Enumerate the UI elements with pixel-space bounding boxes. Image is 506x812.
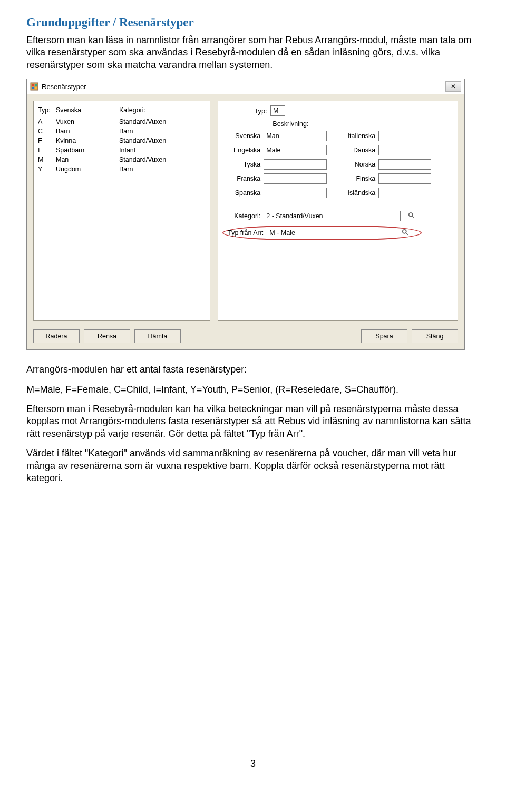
page-title: Grunduppgifter / Resenärstyper: [26, 16, 480, 31]
col-header-typ: Typ:: [38, 105, 56, 115]
kategori-label: Kategori:: [222, 212, 264, 220]
list-row[interactable]: AVuxenStandard/Vuxen: [38, 117, 206, 126]
typ-input[interactable]: M: [270, 105, 285, 116]
dialog-titlebar: Resenärstyper ✕: [27, 79, 464, 94]
search-icon[interactable]: [408, 212, 415, 221]
engelska-input[interactable]: Male: [264, 145, 327, 155]
body-paragraph: M=Male, F=Female, C=Child, I=Infant, Y=Y…: [26, 384, 480, 396]
danska-label: Danska: [339, 146, 378, 154]
app-icon: [30, 82, 38, 91]
search-icon[interactable]: [402, 229, 409, 238]
list-row[interactable]: CBarnBarn: [38, 126, 206, 136]
list-row[interactable]: YUngdomBarn: [38, 164, 206, 174]
list-row[interactable]: ISpädbarnInfant: [38, 145, 206, 155]
radera-button[interactable]: Radera: [33, 329, 80, 343]
islandska-label: Isländska: [339, 189, 378, 197]
svenska-input[interactable]: Man: [264, 131, 327, 141]
finska-input[interactable]: [378, 173, 431, 184]
list-cell-kategori: Standard/Vuxen: [119, 136, 206, 145]
engelska-label: Engelska: [222, 146, 264, 154]
list-cell-code: Y: [38, 164, 56, 174]
body-paragraph: Värdet i fältet "Kategori" används vid s…: [26, 447, 480, 484]
norska-label: Norska: [339, 161, 378, 168]
norska-input[interactable]: [378, 159, 431, 170]
list-cell-kategori: Barn: [119, 164, 206, 174]
islandska-input[interactable]: [378, 188, 431, 198]
spanska-input[interactable]: [264, 188, 327, 198]
list-cell-svenska: Barn: [56, 126, 119, 136]
dialog-title: Resenärstyper: [42, 83, 86, 91]
svg-rect-2: [35, 84, 37, 86]
col-header-kategori: Kategori:: [119, 105, 206, 115]
typ-label: Typ:: [254, 107, 270, 115]
hamta-button[interactable]: Hämta: [134, 329, 181, 343]
intro-paragraph: Eftersom man kan läsa in namnlistor från…: [26, 34, 480, 71]
finska-label: Finska: [339, 175, 378, 182]
italienska-input[interactable]: [378, 131, 431, 141]
list-cell-code: I: [38, 145, 56, 155]
spara-button[interactable]: Spara: [361, 329, 407, 343]
list-cell-svenska: Kvinna: [56, 136, 119, 145]
typ-fran-arr-input[interactable]: M - Male: [267, 228, 396, 238]
close-icon: ✕: [451, 83, 456, 90]
body-paragraph: Arrangörs-modulen har ett antal fasta re…: [26, 364, 480, 376]
tyska-label: Tyska: [222, 161, 264, 168]
page-number: 3: [26, 758, 480, 769]
stang-button[interactable]: Stäng: [412, 329, 458, 343]
list-cell-svenska: Spädbarn: [56, 145, 119, 155]
list-cell-svenska: Vuxen: [56, 117, 119, 126]
svg-rect-1: [32, 84, 34, 86]
kategori-input[interactable]: 2 - Standard/Vuxen: [264, 211, 401, 221]
list-cell-code: M: [38, 155, 56, 164]
tyska-input[interactable]: [264, 159, 327, 170]
list-cell-code: C: [38, 126, 56, 136]
list-cell-code: A: [38, 117, 56, 126]
col-header-svenska: Svenska: [56, 105, 119, 115]
franska-label: Franska: [222, 175, 264, 182]
list-cell-kategori: Barn: [119, 126, 206, 136]
svg-rect-4: [35, 87, 37, 89]
italienska-label: Italienska: [339, 132, 378, 140]
list-cell-kategori: Standard/Vuxen: [119, 117, 206, 126]
list-row[interactable]: MManStandard/Vuxen: [38, 155, 206, 164]
danska-input[interactable]: [378, 145, 431, 155]
list-row[interactable]: FKvinnaStandard/Vuxen: [38, 136, 206, 145]
rensa-button[interactable]: Rensa: [84, 329, 130, 343]
close-button[interactable]: ✕: [445, 81, 461, 92]
list-cell-code: F: [38, 136, 56, 145]
list-cell-kategori: Infant: [119, 145, 206, 155]
list-header: Typ: Svenska Kategori:: [38, 105, 206, 115]
resenarstyper-dialog: Resenärstyper ✕ Typ: Svenska Kategori: A…: [26, 79, 465, 350]
typ-fran-arr-label: Typ från Arr:: [223, 229, 267, 237]
beskrivning-label: Beskrivning:: [273, 120, 453, 128]
spanska-label: Spanska: [222, 189, 264, 197]
list-cell-kategori: Standard/Vuxen: [119, 155, 206, 164]
svg-rect-3: [32, 87, 34, 89]
right-panel: Typ: M Beskrivning: Svenska Man Italiens…: [218, 101, 458, 321]
left-panel: Typ: Svenska Kategori: AVuxenStandard/Vu…: [33, 101, 210, 321]
svenska-label: Svenska: [222, 132, 264, 140]
list-cell-svenska: Man: [56, 155, 119, 164]
franska-input[interactable]: [264, 173, 327, 184]
body-paragraph: Eftersom man i Resebyrå-modulen kan ha v…: [26, 403, 480, 440]
list-cell-svenska: Ungdom: [56, 164, 119, 174]
